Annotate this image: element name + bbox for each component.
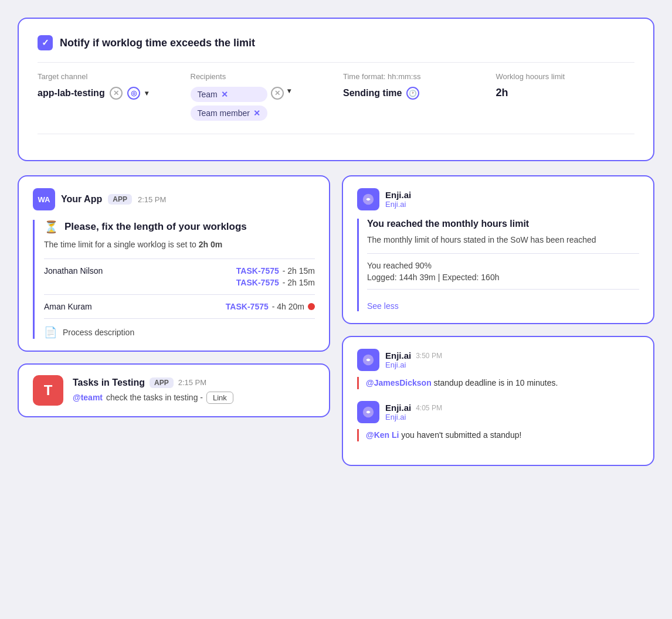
top-divider: [38, 62, 634, 63]
chat-mention-1[interactable]: @JamesDickson: [366, 378, 432, 387]
tasks-text: check the tasks in testing -: [106, 393, 203, 402]
process-row: 📄 Process description: [44, 326, 315, 339]
top-settings-card: Notify if worklog time exceeds the limit…: [18, 18, 654, 161]
worklog-limit-group: Worklog hoours limit 2h: [496, 72, 635, 99]
task-row-2-1: TASK-7575 - 4h 20m: [226, 302, 315, 311]
message-box: ⏳ Please, fix the length of your worklog…: [33, 220, 315, 339]
subtitle-bold: 2h 0m: [199, 240, 222, 249]
task-link-2-1[interactable]: TASK-7575: [226, 302, 269, 311]
enji-message-box: You reached the monthly hours limit The …: [357, 219, 639, 311]
channel-search-icon[interactable]: ◎: [127, 87, 140, 100]
notify-label: Notify if worklog time exceeds the limit: [60, 37, 255, 49]
bottom-grid: WA Your App APP 2:15 PM ⏳ Please, fix th…: [18, 175, 654, 478]
red-dot-icon: [308, 303, 315, 310]
enji-chat-avatar-2: [357, 401, 379, 423]
person-row-2: Aman Kuram TASK-7575 - 4h 20m: [44, 302, 315, 311]
task-time-1-2: - 2h 15m: [283, 278, 315, 287]
person2-divider: [44, 294, 315, 295]
enji-monthly-card: Enji.ai Enji.ai You reached the monthly …: [342, 175, 654, 324]
wa-avatar: WA: [33, 188, 55, 210]
person-1-name: Jonathan Nilson: [44, 266, 103, 276]
chat-message-1: Enji.ai 3:50 PM Enji.ai @JamesDickson st…: [357, 349, 639, 389]
enji-divider-2: [367, 289, 639, 290]
channel-name: app-lab-testing: [38, 88, 105, 98]
tasks-mention[interactable]: @teamt: [73, 393, 103, 402]
enji-msg-text: The monthly limit of hours stated in the…: [367, 234, 639, 246]
enji-name-group: Enji.ai Enji.ai: [385, 190, 411, 209]
doc-icon: 📄: [44, 326, 57, 339]
person-2-tasks: TASK-7575 - 4h 20m: [226, 302, 315, 311]
tags-col: Team ✕ Team member ✕: [191, 87, 267, 124]
notify-checkbox[interactable]: [38, 35, 53, 50]
task-row-1-2: TASK-7575 - 2h 15m: [236, 278, 315, 287]
chat-name-time-1: Enji.ai 3:50 PM Enji.ai: [385, 351, 442, 369]
enji-percent: You reached 90%: [367, 261, 639, 270]
process-text: Process description: [63, 328, 134, 337]
right-col: Enji.ai Enji.ai You reached the monthly …: [342, 175, 654, 466]
chat-name-2: Enji.ai: [385, 403, 411, 413]
sending-time-row: Sending time 🕐: [343, 87, 419, 100]
tag-team-close[interactable]: ✕: [221, 90, 228, 99]
chat-name-1: Enji.ai: [385, 351, 411, 360]
time-format-group: Time format: hh:mm:ss Sending time 🕐: [343, 72, 496, 100]
person-1-tasks: TASK-7575 - 2h 15m TASK-7575 - 2h 15m: [236, 266, 315, 287]
person1-divider: [44, 259, 315, 259]
subtitle-text: The time limit for a single worklog is s…: [44, 240, 196, 249]
process-divider: [44, 318, 315, 319]
chat-msg-header-2: Enji.ai 4:05 PM Enji.ai: [357, 401, 639, 423]
tags-dropdown: Team ✕ Team member ✕ ✕ ▾: [191, 87, 291, 124]
app-name: Your App: [61, 194, 102, 205]
enji-avatar: [357, 188, 379, 210]
target-channel-group: Target channel app-lab-testing ✕ ◎ ▾: [38, 72, 191, 100]
worklog-limit-label: Worklog hoours limit: [496, 72, 635, 81]
notify-row: Notify if worklog time exceeds the limit: [38, 35, 634, 50]
enji-chat-avatar-1: [357, 349, 379, 371]
task-row-1-1: TASK-7575 - 2h 15m: [236, 266, 315, 276]
tag-team-member-close[interactable]: ✕: [253, 108, 260, 118]
tasks-title: Tasks in Testing: [73, 377, 145, 388]
sending-time-text: Sending time: [343, 88, 402, 98]
t-avatar: T: [33, 375, 63, 406]
tag-team: Team ✕: [191, 87, 267, 102]
recipients-dropdown-icon[interactable]: ▾: [287, 87, 291, 95]
bottom-divider: [38, 134, 634, 134]
channel-dropdown-icon[interactable]: ▾: [145, 89, 148, 97]
message-subtitle: The time limit for a single worklog is s…: [44, 240, 315, 249]
channel-clear-icon[interactable]: ✕: [110, 87, 123, 100]
task-link-1-1[interactable]: TASK-7575: [236, 266, 279, 276]
app-header: WA Your App APP 2:15 PM: [33, 188, 315, 210]
clock-icon[interactable]: 🕐: [406, 87, 419, 100]
app-badge: APP: [108, 194, 132, 205]
fields-row: Target channel app-lab-testing ✕ ◎ ▾ Rec…: [38, 72, 634, 124]
hourglass-icon: ⏳: [44, 220, 59, 234]
chat-mention-2[interactable]: @Ken Li: [366, 430, 399, 440]
enji-divider-1: [367, 253, 639, 254]
enji-subname: Enji.ai: [385, 200, 411, 209]
task-link-1-2[interactable]: TASK-7575: [236, 278, 279, 287]
worklog-limit-val: 2h: [496, 87, 508, 99]
app-time: 2:15 PM: [138, 195, 166, 204]
tasks-info: Tasks in Testing APP 2:15 PM @teamt chec…: [73, 377, 315, 404]
chat-subname-1: Enji.ai: [385, 360, 442, 369]
task-time-1-1: - 2h 15m: [283, 266, 315, 276]
enji-name: Enji.ai: [385, 190, 411, 200]
tasks-link-badge[interactable]: Link: [206, 392, 233, 404]
enji-logged: Logged: 144h 39m | Expected: 160h: [367, 273, 639, 282]
recipients-clear-icon[interactable]: ✕: [271, 87, 284, 100]
time-format-value: Sending time 🕐: [343, 87, 482, 100]
chat-text-2: you haven't submitted a standup!: [401, 430, 521, 440]
left-col: WA Your App APP 2:15 PM ⏳ Please, fix th…: [18, 175, 330, 466]
see-less-button[interactable]: See less: [367, 301, 399, 311]
recipients-value: Team ✕ Team member ✕ ✕ ▾: [191, 87, 330, 124]
message-title: Please, fix the length of your worklogs: [65, 221, 247, 233]
chat-subname-2: Enji.ai: [385, 413, 442, 421]
enji-header: Enji.ai Enji.ai: [357, 188, 639, 210]
time-format-label: Time format: hh:mm:ss: [343, 72, 482, 81]
tag-team-member: Team member ✕: [191, 106, 267, 121]
chat-name-time-2: Enji.ai 4:05 PM Enji.ai: [385, 403, 442, 421]
message-title-row: ⏳ Please, fix the length of your worklog…: [44, 220, 315, 234]
tag-team-label: Team: [198, 90, 218, 99]
tag-team-member-label: Team member: [198, 108, 250, 118]
task-time-2-1: - 4h 20m: [272, 302, 304, 311]
chat-time-1: 3:50 PM: [416, 352, 442, 360]
